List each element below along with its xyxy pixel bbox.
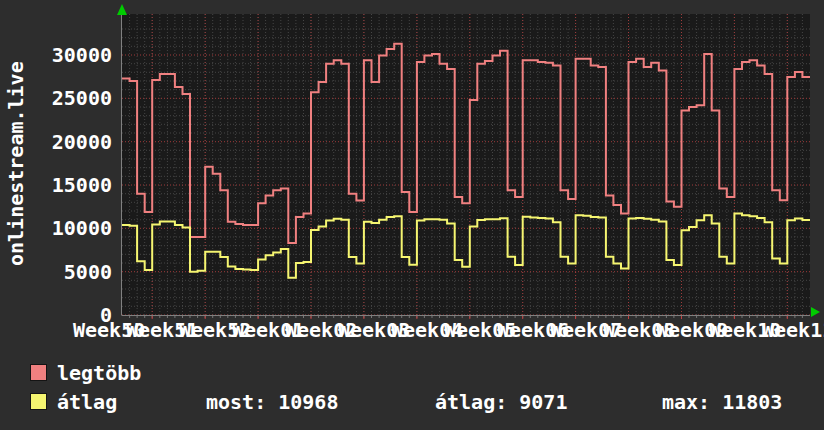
y-axis-tick-label: 20000 xyxy=(0,131,112,153)
legend-swatch-legtobb xyxy=(30,364,47,381)
y-axis-tick-label: 5000 xyxy=(0,261,112,283)
stat-atlag: átlag: 9071 xyxy=(435,391,567,413)
y-axis-tick-label: 25000 xyxy=(0,87,112,109)
stat-max: max: 11803 xyxy=(662,391,782,413)
y-axis-tick-label: 30000 xyxy=(0,44,112,66)
plot-area xyxy=(122,14,810,315)
x-axis-week-label: Week11 xyxy=(762,319,824,341)
stat-most: most: 10968 xyxy=(206,391,338,413)
right-arrow-icon xyxy=(811,307,820,317)
legend-swatch-atlag xyxy=(30,393,47,410)
y-axis-tick-label: 10000 xyxy=(0,217,112,239)
y-axis-tick-label: 15000 xyxy=(0,174,112,196)
up-arrow-icon xyxy=(117,4,127,15)
legend-label-legtobb: legtöbb xyxy=(57,362,141,384)
legend-label-atlag: átlag xyxy=(57,391,117,413)
